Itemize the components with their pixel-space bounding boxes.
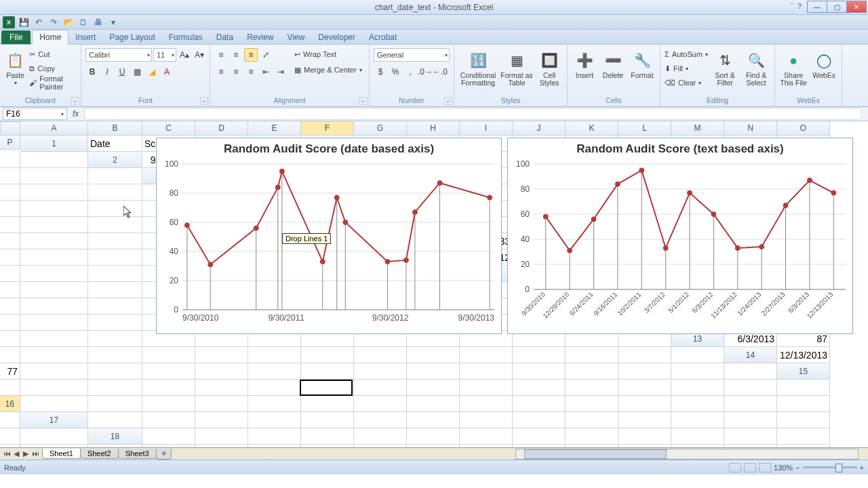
cell[interactable] [142,363,195,380]
qat-dropdown-icon[interactable]: ▾ [107,16,119,28]
cell[interactable] [301,347,354,363]
cell[interactable] [407,396,460,412]
column-header[interactable]: A [20,121,88,136]
cell[interactable] [777,412,830,428]
page-layout-view-button[interactable] [744,463,756,472]
row-header[interactable]: 2 [88,152,142,168]
cell[interactable] [248,412,301,428]
cell[interactable] [354,363,407,380]
cell[interactable] [88,282,142,298]
conditional-formatting-button[interactable]: 🔢Conditional Formatting [458,48,498,93]
column-header[interactable]: B [88,121,142,136]
italic-button[interactable]: I [100,65,114,79]
cell[interactable]: 77 [0,363,20,380]
font-color-button[interactable]: A [160,65,174,79]
tab-home[interactable]: Home [32,30,68,45]
last-sheet-button[interactable]: ⏭ [31,449,39,458]
first-sheet-button[interactable]: ⏮ [3,449,11,458]
cell[interactable] [88,314,142,331]
align-left-button[interactable]: ≡ [214,65,228,79]
cell[interactable] [0,331,20,347]
tab-page-layout[interactable]: Page Layout [102,30,161,44]
cell[interactable] [513,347,566,363]
align-bottom-button[interactable]: ≡ [244,48,258,62]
horizontal-scrollbar[interactable] [515,449,859,460]
cell[interactable] [88,168,142,184]
find-select-button[interactable]: 🔍Find & Select [742,48,770,93]
format-painter-button[interactable]: 🖌Format Painter [29,77,77,89]
save-icon[interactable]: 💾 [18,16,30,28]
chart-date-axis[interactable]: Random Audit Score (date based axis) 020… [156,138,502,334]
cell[interactable] [142,412,195,428]
cell[interactable] [460,380,513,396]
cell[interactable] [20,380,88,396]
row-header[interactable]: 14 [724,347,777,363]
cell[interactable] [142,347,195,363]
cell[interactable] [671,363,724,380]
cell[interactable] [566,363,618,380]
cell[interactable] [671,396,724,412]
prev-sheet-button[interactable]: ◀ [12,449,20,458]
cell[interactable] [0,298,20,314]
close-button[interactable]: ✕ [846,1,867,13]
align-center-button[interactable]: ≡ [229,65,243,79]
cell[interactable] [248,380,301,396]
increase-indent-button[interactable]: ⇥ [274,65,288,79]
cell[interactable] [301,363,354,380]
formula-input[interactable] [84,108,860,120]
cell[interactable] [20,152,88,168]
column-header[interactable]: J [513,121,566,136]
font-name-combo[interactable]: Calibri [85,48,152,62]
orientation-button[interactable]: ⤢ [259,48,273,62]
page-break-view-button[interactable] [759,463,771,472]
cell[interactable] [195,396,248,412]
new-icon[interactable]: 🗋 [77,16,90,28]
cell[interactable] [248,396,301,412]
cell[interactable] [0,282,20,298]
cell[interactable] [724,396,777,412]
cell[interactable] [20,396,88,412]
column-header[interactable]: K [566,121,618,136]
cell[interactable] [777,396,830,412]
next-sheet-button[interactable]: ▶ [22,449,30,458]
cell[interactable] [724,380,777,396]
column-header[interactable]: D [195,121,248,136]
cell[interactable] [142,396,195,412]
cell[interactable] [195,347,248,363]
cell[interactable] [0,266,20,282]
cell[interactable] [0,184,20,201]
number-launcher[interactable]: ⌐ [444,97,452,105]
cell[interactable] [618,396,671,412]
increase-decimal-button[interactable]: .0→ [418,65,432,79]
cell[interactable] [142,380,195,396]
cell[interactable] [566,347,618,363]
column-header[interactable]: P [0,136,20,150]
cell[interactable] [20,428,88,445]
cell[interactable] [671,412,724,428]
cell[interactable] [566,396,618,412]
cell[interactable] [724,412,777,428]
align-right-button[interactable]: ≡ [244,65,258,79]
cell[interactable] [407,380,460,396]
fill-color-button[interactable]: ◢ [145,65,159,79]
currency-button[interactable]: $ [374,65,387,79]
column-header[interactable]: F [301,121,354,136]
cell[interactable] [513,363,566,380]
wrap-text-button[interactable]: ↩Wrap Text [294,48,362,60]
cell[interactable] [0,168,20,184]
cell[interactable] [513,428,566,445]
tab-acrobat[interactable]: Acrobat [362,30,403,44]
chart-text-axis[interactable]: Random Audit Score (text based axis) 020… [507,138,853,334]
cell[interactable] [195,363,248,380]
cell[interactable] [88,331,142,347]
zoom-level[interactable]: 130% [774,464,793,472]
column-header[interactable]: L [618,121,671,136]
cell[interactable] [724,363,777,380]
decrease-indent-button[interactable]: ⇤ [259,65,273,79]
cell[interactable] [88,396,142,412]
cell[interactable] [0,201,20,217]
cell[interactable] [142,428,195,445]
fx-icon[interactable]: fx [73,109,79,119]
cell[interactable] [0,217,20,233]
column-header[interactable]: I [460,121,513,136]
